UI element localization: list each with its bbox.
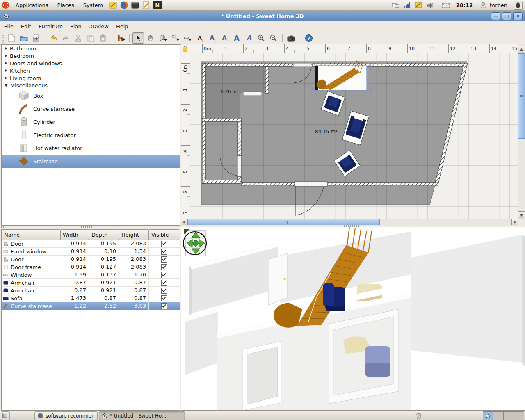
create-rooms-button[interactable] [169,32,181,44]
vertical-scroll-thumb[interactable] [518,53,525,139]
text-editor-launcher-icon[interactable] [142,1,151,9]
left-horizontal-splitter[interactable] [1,225,180,228]
scroll-up-button[interactable] [518,46,525,53]
collapsed-arrow-icon[interactable] [5,62,7,65]
table-row-door-frame[interactable]: Door frame 0.914 0.127 2.083 [2,263,180,271]
select-mode-button[interactable] [132,32,144,44]
category-kitchen[interactable]: Kitchen [2,67,180,74]
menu-file[interactable]: File [0,21,17,32]
add-furniture-button[interactable] [115,32,126,44]
visible-checkbox[interactable] [161,295,167,301]
volume-icon[interactable] [426,1,434,9]
category-bedroom[interactable]: Bedroom [2,52,180,59]
table-row-sofa[interactable]: Sofa 1.473 0.87 0.87 [2,294,180,302]
table-row-armchair-1[interactable]: Armchair 0.87 0.921 0.87 [2,279,180,287]
decrease-text-size-button[interactable]: A− [219,32,230,44]
task-firefox[interactable]: software recommend... [34,411,98,420]
task-sweet-home-3d[interactable]: * Untitled - Sweet Ho... [99,411,185,420]
catalog-item-electric-radiator[interactable]: Electric radiator [2,128,180,142]
category-living-room[interactable]: Living room [2,74,180,82]
network-signal-icon[interactable] [403,1,411,9]
plan-vertical-scrollbar[interactable] [518,44,525,219]
visible-checkbox[interactable] [161,249,167,255]
workspace-3[interactable] [504,412,514,420]
menu-edit[interactable]: Edit [17,21,35,32]
netbeans-launcher-icon[interactable]: N [153,1,162,9]
table-row-fixed-window[interactable]: Fixed window 0.914 0.10 1.34 [2,248,180,256]
column-header-name[interactable]: Name [2,229,60,240]
column-header-visible[interactable]: Visible [149,229,179,240]
visible-checkbox[interactable] [161,303,167,309]
top-door-opening[interactable] [293,63,312,67]
titlebar[interactable]: * Untitled - Sweet Home 3D — ▢ ✕ [0,11,525,21]
menu-plan[interactable]: Plan [66,21,85,32]
table-row-window[interactable]: Window 1.59 0.137 1.70 [2,271,180,279]
visible-checkbox[interactable] [161,264,167,270]
toolbar-grip[interactable] [2,34,4,43]
workspace-4[interactable] [514,412,524,420]
visible-checkbox[interactable] [161,241,167,247]
tomboy-note-icon[interactable] [415,1,423,9]
visible-checkbox[interactable] [161,288,167,294]
table-row-door-2[interactable]: Door 0.914 0.195 2.083 [2,256,180,263]
undo-button[interactable] [48,32,59,44]
show-desktop-button[interactable] [1,411,10,420]
plan-canvas[interactable]: 6.26 m² 84.15 m² [190,53,518,219]
view-3d-canvas[interactable] [181,227,525,411]
user-menu[interactable]: torben [489,0,512,10]
create-photo-button[interactable] [285,32,297,44]
plan-horizontal-scrollbar[interactable] [181,219,518,225]
table-row-door-1[interactable]: Door 0.914 0.195 2.083 [2,240,180,248]
ubuntu-logo-icon[interactable] [1,1,10,9]
menu-3d-view[interactable]: 3D view [85,21,112,32]
zoom-out-button[interactable] [268,32,279,44]
menu-furniture[interactable]: Furniture [35,21,66,32]
visible-checkbox[interactable] [161,272,167,278]
scroll-right-button[interactable] [511,219,518,225]
workspace-2[interactable] [493,412,504,420]
create-dimensions-button[interactable] [182,32,193,44]
cut-button[interactable] [73,32,84,44]
menu-help[interactable]: Help [112,21,132,32]
catalog-item-staircase[interactable]: Staircase [2,155,180,168]
catalog-item-box[interactable]: Box [2,89,180,102]
category-miscellaneous[interactable]: Miscellaneous [2,82,180,89]
table-row-armchair-2[interactable]: Armchair 0.87 0.921 0.87 [2,287,180,294]
new-home-button[interactable] [6,32,17,44]
collapsed-arrow-icon[interactable] [5,54,7,57]
trash-applet-icon[interactable] [415,412,423,420]
add-text-button[interactable]: A+ [194,32,205,44]
category-bathroom[interactable]: Bathroom [2,45,180,52]
door-frame[interactable] [243,92,262,96]
mail-icon[interactable] [442,1,450,9]
applications-menu[interactable]: Applications [11,0,52,10]
redo-button[interactable] [60,32,72,44]
pan-mode-button[interactable] [145,32,156,44]
category-doors-and-windows[interactable]: Doors and windows [2,59,180,67]
terminal-launcher-icon[interactable] [131,1,139,9]
bottom-window[interactable] [295,182,327,186]
firefox-launcher-icon[interactable] [120,1,128,9]
catalog-item-curve-staircase[interactable]: Curve staircase [2,102,180,115]
display-tray-icon[interactable] [392,1,400,9]
column-header-height[interactable]: Height [119,229,149,240]
italic-button[interactable]: A [243,32,255,44]
column-header-depth[interactable]: Depth [89,229,119,240]
places-menu[interactable]: Places [52,0,78,10]
scroll-down-button[interactable] [518,211,525,219]
power-icon[interactable] [514,1,523,10]
increase-text-size-button[interactable]: A+ [206,32,218,44]
collapsed-arrow-icon[interactable] [5,76,7,80]
open-button[interactable] [18,32,30,44]
paste-button[interactable] [97,32,109,44]
workspace-1[interactable] [483,412,493,420]
zoom-in-button[interactable] [256,32,267,44]
expanded-arrow-icon[interactable] [5,84,8,87]
visible-checkbox[interactable] [161,256,167,262]
collapsed-arrow-icon[interactable] [5,47,7,50]
system-menu[interactable]: System [79,0,107,10]
horizontal-scroll-thumb[interactable] [187,219,380,225]
bold-button[interactable]: A [231,32,242,44]
copy-button[interactable] [85,32,96,44]
collapsed-arrow-icon[interactable] [5,69,7,72]
